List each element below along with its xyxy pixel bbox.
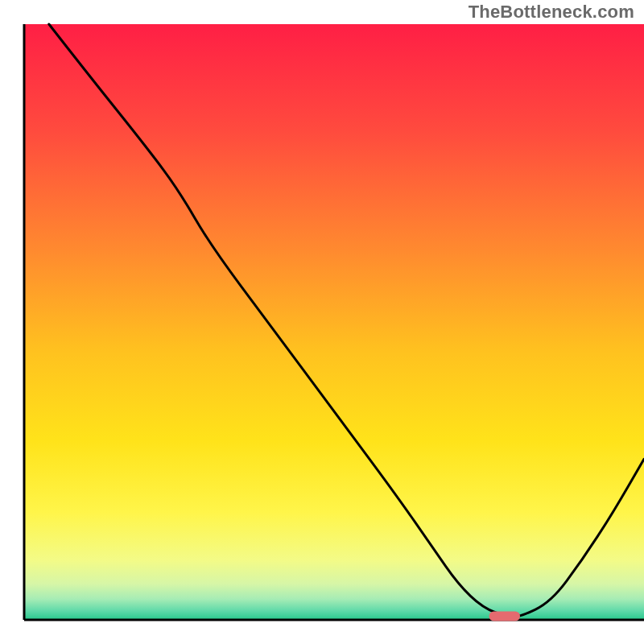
plot-background	[24, 24, 644, 620]
optimal-marker	[489, 612, 521, 621]
bottleneck-chart	[0, 0, 644, 644]
watermark-text: TheBottleneck.com	[469, 2, 634, 23]
chart-container: { "watermark": "TheBottleneck.com", "cha…	[0, 0, 644, 644]
